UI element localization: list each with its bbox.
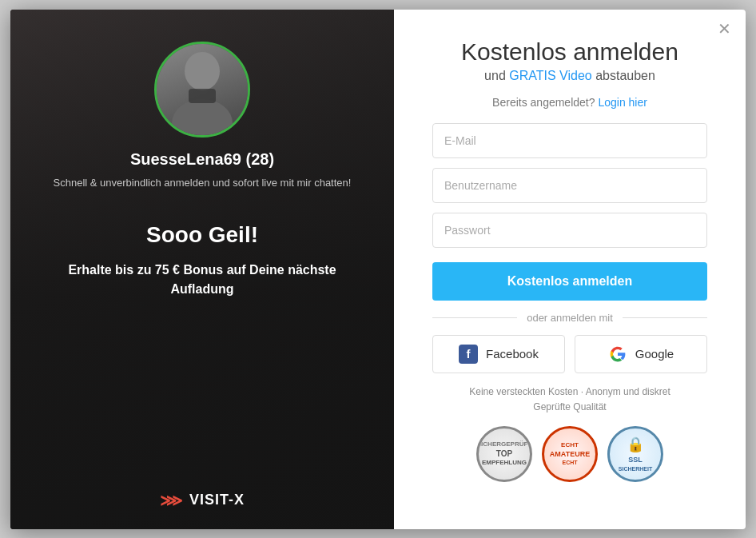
svg-point-0 [185,52,220,90]
login-link[interactable]: Login hier [598,96,647,109]
social-buttons: f Facebook Google [432,335,707,373]
close-button[interactable]: ✕ [718,21,731,37]
brand-name: VISIT-X [189,492,245,508]
google-label: Google [635,347,674,361]
badge3-label: SICHERHEIT [619,465,652,472]
username-group [432,168,707,203]
already-member-text: Bereits angemeldet? Login hier [492,96,647,109]
brand-icon: ⋙ [160,491,183,510]
facebook-button[interactable]: f Facebook [432,335,565,373]
brand-logo: ⋙ VISIT-X [160,491,245,510]
promo-text: Erhalte bis zu 75 € Bonus auf Deine näch… [10,261,394,299]
left-content: SuesseLena69 (28) Schnell & unverbindlic… [10,10,394,348]
promo-title: Sooo Geil! [10,222,394,248]
password-group [432,213,707,248]
subtitle: und GRATIS Video abstauben [484,69,655,83]
no-cost-line2: Geprüfte Qualität [469,400,670,415]
registration-modal: SuesseLena69 (28) Schnell & unverbindlic… [10,10,746,529]
badge3-top: SSL [628,456,643,465]
or-text: oder anmelden mit [527,312,613,324]
facebook-label: Facebook [486,347,539,361]
google-icon [608,345,627,364]
username-field[interactable] [432,168,707,203]
lock-icon: 🔒 [627,436,644,454]
promo-section: Sooo Geil! Erhalte bis zu 75 € Bonus auf… [10,190,394,347]
email-field[interactable] [432,123,707,158]
svg-rect-2 [189,89,216,103]
badge1-label: EMPFEHLUNG [482,459,527,467]
badge-ssl: 🔒 SSL SICHERHEIT [607,426,663,482]
no-cost-notice: Keine versteckten Kosten · Anonym und di… [469,385,670,415]
subtitle-highlight: GRATIS Video [509,69,591,82]
trust-badges: SICHERGEPRÜFT TOP EMPFEHLUNG ECHT AMATEU… [476,426,663,482]
google-button[interactable]: Google [575,335,707,373]
facebook-icon: f [459,345,478,364]
avatar [154,42,250,137]
divider-right [623,317,707,318]
badge-amateure: ECHT AMATEURE ECHT [542,426,598,482]
username-display: SuesseLena69 (28) [130,150,274,169]
user-tagline: Schnell & unverbindlich anmelden und sof… [30,175,376,191]
divider-left [432,317,517,318]
page-title: Kostenlos anmelden [461,38,678,66]
email-group [432,123,707,158]
submit-button[interactable]: Kostenlos anmelden [432,262,707,301]
password-field[interactable] [432,213,707,248]
left-panel: SuesseLena69 (28) Schnell & unverbindlic… [10,10,394,529]
badge1-top: TOP [496,448,512,459]
badge-empfehlung: SICHERGEPRÜFT TOP EMPFEHLUNG [476,426,532,482]
badge2-label: AMATEURE [550,450,590,460]
svg-point-1 [172,99,233,135]
right-panel: ✕ Kostenlos anmelden und GRATIS Video ab… [394,10,746,529]
no-cost-line1: Keine versteckten Kosten · Anonym und di… [469,385,670,400]
or-divider: oder anmelden mit [432,312,707,324]
